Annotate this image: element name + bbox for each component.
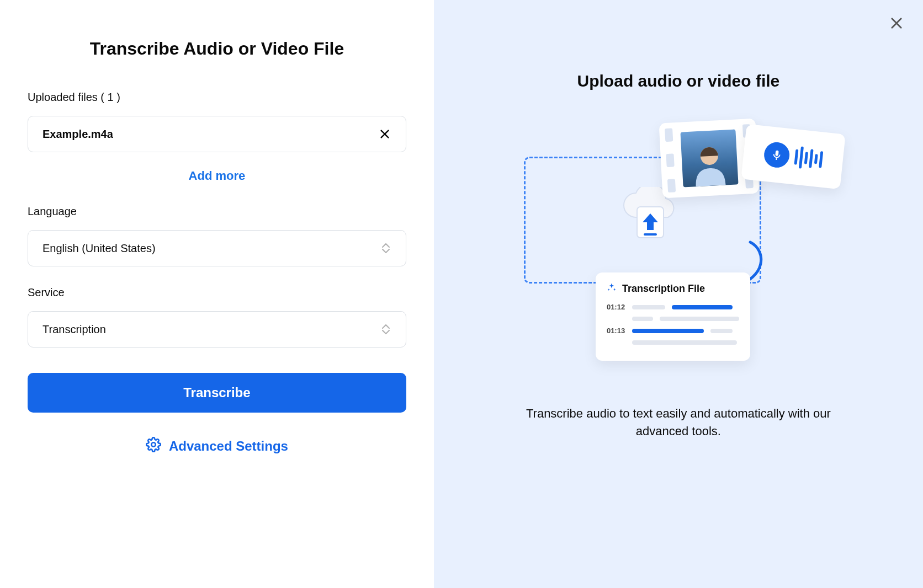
gear-icon (146, 437, 161, 456)
waveform-icon (794, 146, 824, 170)
info-title: Upload audio or video file (577, 72, 780, 90)
language-label: Language (28, 205, 406, 218)
text-placeholder-bar (632, 329, 704, 333)
info-caption: Transcribe audio to text easily and auto… (524, 405, 833, 440)
text-placeholder-bar (632, 340, 737, 345)
timestamp-label: 01:12 (607, 303, 625, 311)
audio-waveform-icon (741, 124, 845, 189)
text-placeholder-bar (672, 305, 733, 309)
text-placeholder-bar (660, 317, 739, 321)
upload-illustration: Transcription File 01:12 01:13 (524, 124, 833, 311)
sparkle-icon (607, 282, 617, 295)
advanced-settings-button[interactable]: Advanced Settings (28, 437, 406, 456)
person-icon (689, 141, 730, 187)
info-panel: Upload audio or video file (434, 0, 923, 588)
language-value: English (United States) (43, 242, 156, 255)
uploaded-file-chip: Example.m4a (28, 116, 406, 152)
form-panel: Transcribe Audio or Video File Uploaded … (0, 0, 434, 588)
advanced-settings-label: Advanced Settings (169, 439, 288, 454)
service-select[interactable]: Transcription (28, 311, 406, 348)
svg-point-2 (151, 442, 155, 446)
svg-rect-8 (776, 158, 777, 160)
service-value: Transcription (43, 323, 106, 336)
page-title: Transcribe Audio or Video File (28, 39, 406, 59)
add-more-button[interactable]: Add more (28, 169, 406, 183)
remove-file-icon[interactable] (378, 127, 391, 141)
microphone-icon (763, 141, 791, 169)
service-label: Service (28, 286, 406, 299)
timestamp-label: 01:13 (607, 327, 625, 335)
language-select[interactable]: English (United States) (28, 230, 406, 266)
text-placeholder-bar (632, 305, 665, 309)
uploaded-file-name: Example.m4a (43, 128, 113, 141)
close-icon[interactable] (887, 13, 906, 33)
uploaded-files-label: Uploaded files ( 1 ) (28, 91, 406, 104)
text-placeholder-bar (710, 329, 733, 333)
transcription-file-card: Transcription File 01:12 01:13 (596, 272, 750, 361)
text-placeholder-bar (632, 317, 653, 321)
chevron-up-down-icon (380, 242, 391, 255)
transcription-card-title: Transcription File (622, 283, 705, 295)
transcribe-button[interactable]: Transcribe (28, 373, 406, 413)
svg-rect-6 (644, 233, 657, 236)
chevron-up-down-icon (380, 323, 391, 336)
